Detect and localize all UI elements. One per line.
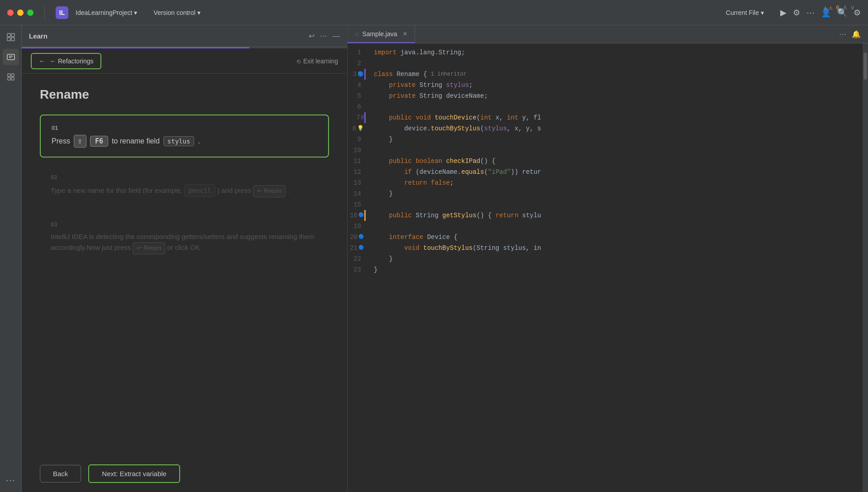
gutter-line-2: 2 — [348, 58, 366, 69]
step-03-number: 03 — [51, 221, 318, 228]
code-line-22: } — [370, 253, 863, 264]
activity-more[interactable]: ··· — [3, 472, 19, 488]
marker-7 — [364, 112, 366, 123]
step-01-press: Press — [52, 137, 70, 145]
gutter-line-22: 22 — [348, 253, 366, 264]
gutter-line-5: 5 — [348, 91, 366, 101]
step-02-text3: . — [287, 186, 289, 194]
more-icon[interactable]: ⋯ — [806, 8, 815, 18]
gutter-line-8: 8 💡 — [348, 123, 366, 134]
code-line-8: device.touchByStylus(stylus, x, y, s — [370, 123, 863, 134]
gutter-line-7: 7 @ — [348, 112, 366, 123]
activity-bar: ··· — [0, 25, 22, 492]
svg-rect-7 — [8, 74, 10, 76]
scrollbar[interactable] — [863, 43, 868, 492]
return-badge-03: ↩ Return — [133, 242, 165, 254]
learn-panel-title: Learn — [29, 32, 309, 40]
gutter: 1 2 3 🔵 4 5 6 7 @ 8 💡 — [348, 43, 370, 492]
notification-icon[interactable]: 🔔 — [852, 30, 861, 38]
return-badge-02: ↩ Return — [253, 185, 286, 197]
traffic-lights — [7, 10, 33, 16]
learn-panel-content: Rename 01 Press ⇧ F6 to rename field sty… — [22, 74, 347, 455]
code-line-9: } — [370, 134, 863, 145]
code-line-11: public boolean checkIPad() { — [370, 156, 863, 167]
gutter-line-4: 4 — [348, 80, 366, 91]
code-line-12: if (deviceName.equals("iPad")) retur — [370, 167, 863, 177]
gutter-line-13: 13 — [348, 177, 366, 188]
debug-icon[interactable]: ⚙ — [793, 8, 800, 18]
svg-rect-8 — [11, 74, 14, 76]
more-icon[interactable]: ⋯ — [320, 32, 327, 40]
code-line-10 — [370, 145, 863, 156]
step-01-card: 01 Press ⇧ F6 to rename field stylus . — [40, 115, 329, 158]
gutter-line-23: 23 — [348, 264, 366, 275]
maximize-button[interactable] — [27, 10, 33, 16]
minimize-icon[interactable]: — — [333, 32, 340, 40]
code-editor: 1 2 3 🔵 4 5 6 7 @ 8 💡 — [348, 43, 868, 492]
code-line-7: public void touchDevice(int x, int y, fl — [370, 112, 863, 123]
gutter-at-20[interactable]: 🔵 — [358, 232, 364, 243]
refactorings-label: ← Refactorings — [50, 57, 93, 65]
current-file[interactable]: Current File ▾ — [726, 9, 764, 16]
step-02-content: Type a new name for this field (for exam… — [51, 184, 318, 197]
close-button[interactable] — [7, 10, 14, 16]
code-line-6 — [370, 101, 863, 112]
exit-icon: ⎋ — [297, 57, 300, 65]
step-03-content: IntelliJ IDEA is detecting the correspon… — [51, 231, 318, 254]
gutter-line-14: 14 — [348, 188, 366, 199]
project-name[interactable]: IdeaLearningProject ▾ — [76, 9, 137, 16]
step-03-card: 03 IntelliJ IDEA is detecting the corres… — [40, 214, 329, 262]
back-icon[interactable]: ↩ — [309, 32, 315, 40]
version-control[interactable]: Version control ▾ — [153, 9, 200, 16]
editor-tab-actions: ⋯ 🔔 — [839, 30, 868, 38]
sample-java-tab[interactable]: ○ Sample.java ✕ — [348, 25, 415, 43]
code-line-21: void touchByStylus(String stylus, in — [370, 243, 863, 253]
refactorings-button[interactable]: ← ← Refactorings — [31, 53, 101, 69]
gutter-line-6: 6 — [348, 101, 366, 112]
back-button[interactable]: Back — [40, 465, 81, 482]
activity-plugins[interactable] — [3, 69, 19, 85]
code-line-13: return false; — [370, 177, 863, 188]
step-01-content: Press ⇧ F6 to rename field stylus . — [52, 135, 317, 148]
step-01-number: 01 — [52, 124, 317, 131]
next-button[interactable]: Next: Extract variable — [88, 464, 180, 483]
gutter-icon-3[interactable]: 🔵 — [358, 69, 364, 80]
scrollbar-thumb[interactable] — [863, 53, 867, 80]
app-icon: IL — [56, 6, 68, 19]
step-02-text: Type a new name for this field (for exam… — [51, 186, 184, 194]
marker-16 — [364, 210, 366, 221]
learn-panel: Learn ↩ ⋯ — ← ← Refactorings ⎋ Exit lear… — [22, 25, 348, 492]
gutter-line-15: 15 — [348, 199, 366, 210]
bulb-icon-8[interactable]: 💡 — [357, 123, 364, 134]
gutter-at-21[interactable]: 🔵 — [358, 243, 364, 253]
step-01-suffix: . — [198, 137, 200, 145]
code-line-2 — [370, 58, 863, 69]
main-layout: ··· Learn ↩ ⋯ — ← ← Refactorings ⎋ Exit … — [0, 25, 868, 492]
tab-close-icon[interactable]: ✕ — [403, 31, 407, 37]
code-line-3: class Rename { 1 inheritor — [370, 69, 863, 80]
gutter-line-10: 10 — [348, 145, 366, 156]
editor-more-icon[interactable]: ⋯ — [839, 30, 846, 38]
gutter-line-21: 21 🔵 — [348, 243, 366, 253]
settings-icon[interactable]: ⚙ — [854, 8, 861, 18]
learn-panel-header: Learn ↩ ⋯ — — [22, 25, 347, 47]
gutter-at-7[interactable]: @ — [361, 112, 364, 123]
gutter-line-12: 12 — [348, 167, 366, 177]
run-icon[interactable]: ▶ — [780, 8, 787, 18]
svg-rect-0 — [7, 33, 10, 37]
activity-explorer[interactable] — [3, 29, 19, 45]
gutter-line-20: 20 🔵 — [348, 232, 366, 243]
svg-rect-10 — [11, 77, 14, 80]
gutter-line-3: 3 🔵 — [348, 69, 366, 80]
field-name-badge: stylus — [163, 136, 195, 146]
gutter-line-1: 1 — [348, 47, 366, 58]
marker-3 — [364, 69, 366, 80]
gutter-line-11: 11 — [348, 156, 366, 167]
activity-learn[interactable] — [3, 49, 19, 65]
exit-learning-button[interactable]: ⎋ Exit learning — [297, 57, 338, 65]
gutter-at-16[interactable]: 🔵 — [358, 210, 364, 221]
shift-icon: ⇧ — [74, 135, 86, 148]
minimize-button[interactable] — [17, 10, 24, 16]
step-02-number: 02 — [51, 174, 318, 181]
learn-panel-nav: ← ← Refactorings ⎋ Exit learning — [22, 48, 347, 74]
